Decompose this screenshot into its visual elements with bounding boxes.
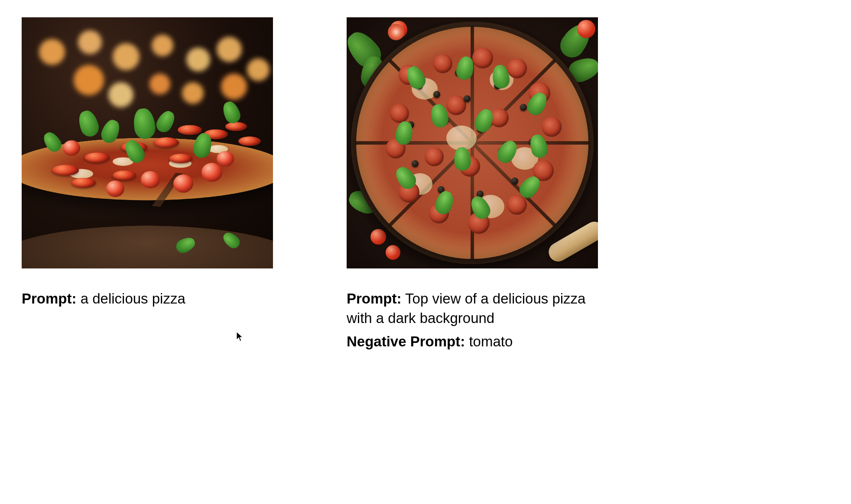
caption: Prompt: Top view of a delicious pizza wi… bbox=[347, 289, 598, 356]
example-gallery: Prompt: a delicious pizza bbox=[22, 17, 829, 356]
example-card: Prompt: Top view of a delicious pizza wi… bbox=[347, 17, 598, 356]
example-card: Prompt: a delicious pizza bbox=[22, 17, 273, 356]
field-label: Prompt: bbox=[347, 291, 402, 307]
caption: Prompt: a delicious pizza bbox=[22, 289, 273, 313]
generated-image bbox=[22, 17, 273, 268]
field-value: a delicious pizza bbox=[81, 291, 185, 307]
field-label: Prompt: bbox=[22, 291, 77, 307]
field-value: tomato bbox=[469, 333, 513, 349]
field-label: Negative Prompt: bbox=[347, 333, 465, 349]
generated-image bbox=[347, 17, 598, 268]
